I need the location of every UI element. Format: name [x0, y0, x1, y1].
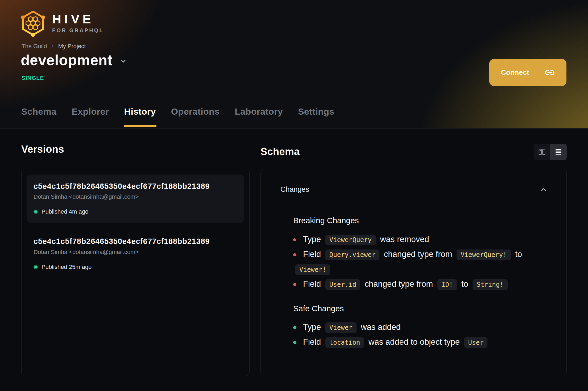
columns-icon: [538, 148, 546, 156]
tab-laboratory[interactable]: Laboratory: [235, 106, 283, 128]
changes-label: Changes: [280, 185, 309, 194]
hive-logo-icon: [21, 10, 45, 38]
tab-settings[interactable]: Settings: [298, 106, 334, 128]
breaking-changes-section: Breaking ChangesType ViewerQuery was rem…: [293, 216, 547, 292]
version-item[interactable]: c5e4c1c5f78b26465350e4ecf677cf188bb21389…: [27, 174, 244, 223]
changes-header[interactable]: Changes: [280, 185, 547, 194]
brand-tagline: FOR GRAPHQL: [52, 28, 104, 33]
change-item: Field User.id changed type from ID! to S…: [293, 277, 543, 292]
schema-column: Schema: [260, 144, 567, 376]
published-dot-icon: [34, 265, 38, 269]
breaking-changes-list: Type ViewerQuery was removedField Query.…: [293, 232, 543, 292]
bullet-icon: [293, 283, 296, 286]
split-view-button[interactable]: [534, 144, 550, 160]
code-chip: ViewerQuery!: [457, 249, 511, 260]
code-chip: Viewer!: [295, 264, 330, 275]
header: HIVE FOR GRAPHQL The Guild My Project de…: [0, 0, 588, 128]
code-chip: String!: [473, 279, 507, 290]
tab-bar: SchemaExplorerHistoryOperationsLaborator…: [21, 106, 334, 128]
schema-title: Schema: [260, 146, 300, 158]
code-chip: ViewerQuery: [325, 235, 376, 245]
view-toggle: [534, 144, 567, 160]
versions-list: c5e4c1c5f78b26465350e4ecf677cf188bb21389…: [21, 169, 250, 376]
version-author: Dotan Simha <dotansimha@gmail.com>: [34, 249, 237, 256]
page-title: development: [21, 52, 113, 68]
version-author: Dotan Simha <dotansimha@gmail.com>: [34, 193, 237, 200]
tab-schema[interactable]: Schema: [21, 106, 56, 128]
main-content: Versions c5e4c1c5f78b26465350e4ecf677cf1…: [0, 128, 588, 376]
tab-operations[interactable]: Operations: [171, 106, 220, 128]
change-item: Type ViewerQuery was removed: [293, 232, 543, 247]
breaking-changes-title: Breaking Changes: [293, 216, 547, 225]
tab-explorer[interactable]: Explorer: [72, 106, 109, 128]
link-icon: [545, 68, 555, 78]
code-chip: Query.viewer: [325, 249, 379, 260]
code-chip: User: [464, 337, 488, 348]
change-item: Field Query.viewer changed type from Vie…: [293, 247, 543, 277]
version-status: Published 25m ago: [34, 264, 237, 271]
version-item[interactable]: c5e4c1c5f78b26465350e4ecf677cf188bb21389…: [27, 230, 244, 278]
schema-header: Schema: [260, 144, 567, 160]
tab-history[interactable]: History: [124, 106, 156, 128]
change-item: Type Viewer was added: [293, 320, 543, 335]
chevron-up-icon[interactable]: [540, 186, 547, 193]
version-status: Published 4m ago: [34, 208, 237, 215]
change-sections: Breaking ChangesType ViewerQuery was rem…: [293, 216, 547, 350]
safe-changes-section: Safe ChangesType Viewer was addedField l…: [293, 304, 547, 350]
code-chip: location: [325, 337, 364, 348]
connect-label: Connect: [501, 68, 529, 77]
connect-button[interactable]: Connect: [489, 59, 566, 86]
version-hash: c5e4c1c5f78b26465350e4ecf677cf188bb21389: [34, 237, 237, 246]
chevron-right-icon: [50, 44, 55, 49]
breadcrumb-project[interactable]: My Project: [58, 43, 86, 50]
breadcrumb-org[interactable]: The Guild: [22, 43, 47, 50]
version-status-text: Published 4m ago: [42, 208, 88, 215]
project-type-badge: SINGLE: [22, 75, 44, 81]
published-dot-icon: [34, 210, 38, 214]
version-hash: c5e4c1c5f78b26465350e4ecf677cf188bb21389: [34, 182, 237, 191]
chevron-down-icon[interactable]: [119, 57, 127, 65]
brand-text: HIVE FOR GRAPHQL: [52, 10, 104, 38]
version-status-text: Published 25m ago: [42, 264, 92, 271]
list-icon: [554, 148, 562, 156]
changes-panel: Changes Breaking ChangesType ViewerQuery…: [260, 169, 567, 375]
code-chip: ID!: [437, 279, 457, 290]
safe-changes-list: Type Viewer was addedField location was …: [293, 320, 543, 350]
bullet-icon: [293, 253, 296, 256]
code-chip: User.id: [325, 279, 360, 290]
bullet-icon: [293, 326, 296, 329]
bullet-icon: [293, 341, 296, 344]
brand: HIVE FOR GRAPHQL: [21, 10, 104, 38]
safe-changes-title: Safe Changes: [293, 304, 547, 313]
breadcrumb: The Guild My Project: [22, 43, 86, 50]
brand-name: HIVE: [52, 13, 104, 25]
versions-column: Versions c5e4c1c5f78b26465350e4ecf677cf1…: [21, 144, 250, 376]
bullet-icon: [293, 238, 296, 241]
versions-title: Versions: [21, 144, 250, 155]
code-chip: Viewer: [325, 322, 357, 333]
target-row: development: [21, 52, 127, 68]
list-view-button[interactable]: [550, 144, 567, 160]
change-item: Field location was added to object type …: [293, 335, 543, 350]
